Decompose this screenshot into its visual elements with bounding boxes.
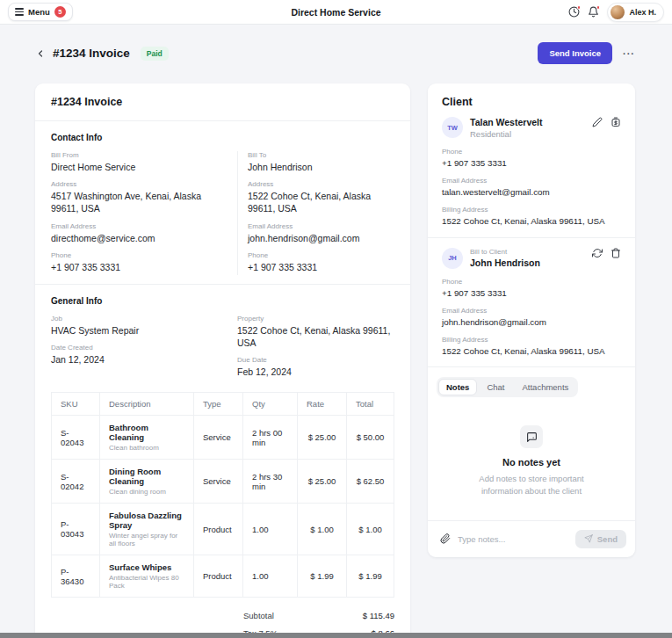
chevron-left-icon <box>35 48 46 59</box>
subtotal-row: Subtotal $ 115.49 <box>243 606 394 624</box>
line-items-table: SKU Description Type Qty Rate Total S-02… <box>51 392 394 598</box>
bill-to-phone-field: Phone +1 907 335 3331 <box>442 278 621 299</box>
table-row: S-02043 Bathroom CleaningClean bathroom … <box>52 416 394 460</box>
more-options-button[interactable]: ··· <box>621 47 637 61</box>
user-name: Alex H. <box>629 8 656 17</box>
invoice-card: #1234 Invoice Contact Info Bill From Dir… <box>35 83 410 638</box>
bill-to-billing-address-field: Billing Address 1522 Cohoe Ct, Kenai, Al… <box>442 336 621 357</box>
from-email-field: Email Address directhome@service.com <box>51 222 225 244</box>
notes-empty-state: No notes yet Add notes to store importan… <box>428 397 635 520</box>
status-badge: Paid <box>141 47 169 61</box>
menu-badge: 5 <box>54 6 66 18</box>
bill-to-name: John Hendrison <box>470 257 540 268</box>
notes-tabs: Notes Chat Attachments <box>437 377 578 397</box>
send-invoice-button[interactable]: Send Invoice <box>538 42 612 64</box>
client-phone-field: Phone +1 907 335 3331 <box>442 148 621 169</box>
paperclip-icon <box>440 533 451 544</box>
user-avatar <box>611 5 625 19</box>
send-icon <box>584 534 593 543</box>
to-email-field: Email Address john.hendrison@gmail.com <box>248 222 394 244</box>
attach-file-button[interactable] <box>440 533 451 544</box>
bill-to-client-block: JH Bill to Client John Hendrison <box>428 248 635 358</box>
tab-attachments[interactable]: Attachments <box>514 379 576 395</box>
billing-icon <box>611 117 621 127</box>
client-billing-button[interactable] <box>611 117 621 127</box>
chat-bubble-icon <box>526 431 538 443</box>
notes-icon <box>520 425 543 448</box>
hamburger-icon <box>15 8 24 15</box>
page-header: #1234 Invoice Paid Send Invoice ··· <box>35 42 637 64</box>
bill-to-avatar: JH <box>442 248 463 269</box>
topbar: Menu 5 Direct Home Service Alex H. <box>0 0 672 25</box>
contact-info-heading: Contact Info <box>51 133 394 142</box>
time-tracking-button[interactable] <box>568 6 580 18</box>
empty-subtitle: Add notes to store important information… <box>461 473 602 497</box>
client-avatar: TW <box>442 117 463 138</box>
to-phone-field: Phone +1 907 335 3331 <box>248 251 394 273</box>
from-address-field: Address 4517 Washington Ave, Kenai, Alas… <box>51 180 225 214</box>
bill-to-tag: Bill to Client <box>470 248 540 256</box>
tab-notes[interactable]: Notes <box>438 379 477 395</box>
date-created-field: Date Created Jan 12, 2024 <box>51 344 225 366</box>
client-type: Residential <box>470 129 542 139</box>
send-label: Send <box>597 534 618 544</box>
send-note-button[interactable]: Send <box>575 530 626 548</box>
table-row: S-02042 Dining Room CleaningClean dining… <box>52 460 394 504</box>
table-row: P-36430 Surface WhipesAntibacterial Wipe… <box>52 555 394 598</box>
property-field: Property 1522 Cohoe Ct, Kenai, Alaska 99… <box>237 315 394 349</box>
refresh-icon <box>592 248 603 258</box>
remove-client-button[interactable] <box>611 248 621 258</box>
edit-client-button[interactable] <box>592 117 603 127</box>
clock-alert-dot <box>577 5 582 10</box>
bottom-strip <box>0 633 672 638</box>
menu-button[interactable]: Menu 5 <box>8 3 73 21</box>
contact-info-section: Contact Info Bill From Direct Home Servi… <box>35 121 410 284</box>
job-field: Job HVAC System Repair <box>51 315 225 337</box>
client-card: Client TW Talan Westervelt Residential <box>428 83 635 557</box>
empty-title: No notes yet <box>445 457 618 468</box>
primary-client-block: TW Talan Westervelt Residential <box>428 117 635 228</box>
from-phone-field: Phone +1 907 335 3331 <box>51 251 225 273</box>
pencil-icon <box>592 117 603 127</box>
trash-icon <box>611 248 621 258</box>
user-menu-button[interactable]: Alex H. <box>607 3 664 22</box>
invoice-title: #1234 Invoice <box>51 96 394 108</box>
general-info-heading: General Info <box>51 296 394 306</box>
bill-from-field: Bill From Direct Home Service <box>51 151 225 173</box>
swap-client-button[interactable] <box>592 248 603 258</box>
back-button[interactable] <box>35 48 46 59</box>
notes-input-row: Send <box>428 520 635 557</box>
table-header-row: SKU Description Type Qty Rate Total <box>52 393 394 416</box>
notes-input[interactable] <box>458 534 568 544</box>
client-name: Talan Westervelt <box>470 117 542 127</box>
tab-chat[interactable]: Chat <box>479 379 512 395</box>
general-info-section: General Info Job HVAC System Repair Date… <box>35 285 410 389</box>
to-address-field: Address 1522 Cohoe Ct, Kenai, Alaska 996… <box>248 180 394 214</box>
bell-alert-dot <box>596 5 601 10</box>
client-panel-heading: Client <box>428 83 635 117</box>
client-email-field: Email Address talan.westervelt@gmail.com <box>442 177 621 198</box>
notifications-button[interactable] <box>588 6 599 18</box>
menu-label: Menu <box>28 7 50 17</box>
page-title: #1234 Invoice <box>53 47 130 60</box>
due-date-field: Due Date Feb 12, 2024 <box>237 356 394 378</box>
bill-to-field: Bill To John Hendrison <box>248 151 394 173</box>
table-row: P-03043 Fabulosa Dazzling SprayWinter an… <box>52 504 394 555</box>
bill-to-email-field: Email Address john.hendrison@gmail.com <box>442 307 621 328</box>
client-billing-address-field: Billing Address 1522 Cohoe Ct, Kenai, Al… <box>442 206 621 227</box>
